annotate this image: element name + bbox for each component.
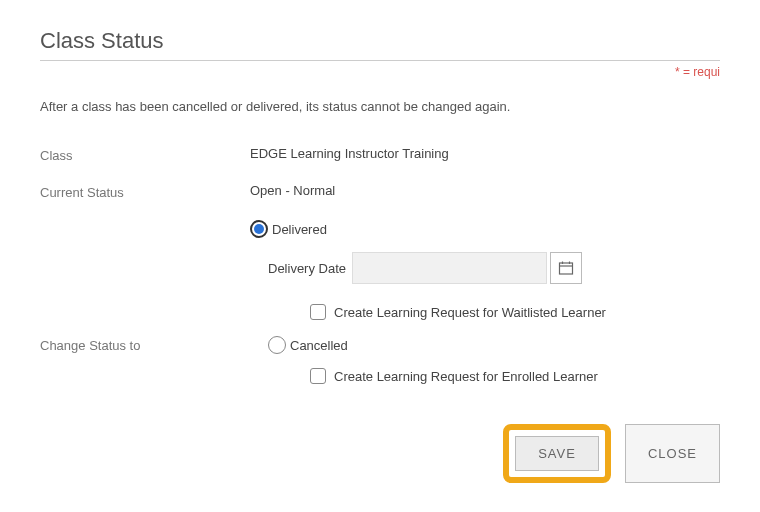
delivered-radio[interactable]: Delivered — [250, 220, 720, 238]
cancelled-radio-label: Cancelled — [290, 338, 348, 353]
calendar-button[interactable] — [550, 252, 582, 284]
close-button[interactable]: CLOSE — [625, 424, 720, 483]
checkbox-icon — [310, 304, 326, 320]
calendar-icon — [558, 260, 574, 276]
save-button[interactable]: SAVE — [515, 436, 599, 471]
enrolled-checkbox[interactable]: Create Learning Request for Enrolled Lea… — [310, 368, 720, 384]
required-indicator: * = requi — [40, 65, 720, 79]
svg-rect-0 — [560, 263, 573, 274]
current-status-row: Current Status Open - Normal — [40, 183, 720, 200]
change-status-row: Change Status to Delivered Delivery Date — [40, 220, 720, 400]
button-bar: SAVE CLOSE — [40, 424, 720, 483]
class-label: Class — [40, 146, 250, 163]
delivery-date-input[interactable] — [352, 252, 547, 284]
change-status-label: Change Status to — [40, 268, 250, 353]
save-highlight-annotation: SAVE — [503, 424, 611, 483]
enrolled-checkbox-label: Create Learning Request for Enrolled Lea… — [334, 369, 598, 384]
waitlisted-checkbox-label: Create Learning Request for Waitlisted L… — [334, 305, 606, 320]
current-status-value: Open - Normal — [250, 183, 720, 198]
delivery-date-row: Delivery Date — [268, 252, 720, 284]
page-title: Class Status — [40, 28, 720, 54]
cancelled-radio[interactable]: Cancelled — [268, 336, 720, 354]
checkbox-icon — [310, 368, 326, 384]
class-value: EDGE Learning Instructor Training — [250, 146, 720, 161]
class-row: Class EDGE Learning Instructor Training — [40, 146, 720, 163]
description-text: After a class has been cancelled or deli… — [40, 99, 720, 114]
current-status-label: Current Status — [40, 183, 250, 200]
radio-unselected-icon — [268, 336, 286, 354]
delivered-radio-label: Delivered — [272, 222, 327, 237]
waitlisted-checkbox[interactable]: Create Learning Request for Waitlisted L… — [310, 304, 720, 320]
delivery-date-label: Delivery Date — [268, 261, 346, 276]
radio-selected-icon — [250, 220, 268, 238]
title-divider — [40, 60, 720, 61]
